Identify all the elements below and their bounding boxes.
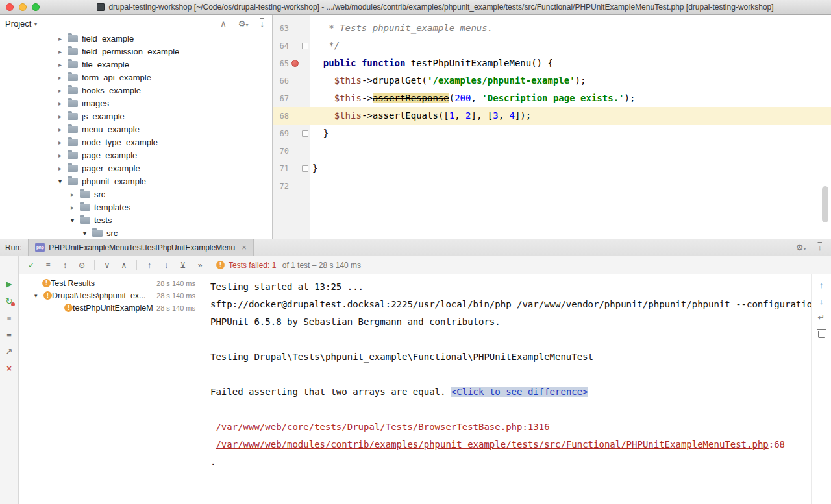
chevron-right-icon[interactable]: ▸ bbox=[58, 35, 68, 42]
test-console[interactable]: Testing started at 13:25 ...sftp://docke… bbox=[201, 274, 812, 504]
code-line[interactable]: 65 public function testPhpUnitExampleMen… bbox=[273, 54, 831, 72]
breakpoint-icon[interactable] bbox=[289, 60, 301, 67]
code-line[interactable]: 67 $this->assertResponse(200, 'Descripti… bbox=[273, 90, 831, 107]
project-tree-item[interactable]: ▸field_example bbox=[0, 32, 272, 45]
editor-scrollbar-thumb[interactable] bbox=[822, 186, 828, 222]
hide-run-panel-icon[interactable]: ↓ bbox=[818, 243, 823, 252]
sort-alphabetically-icon[interactable]: ↕ bbox=[58, 259, 72, 272]
folder-name: file_example bbox=[82, 60, 129, 69]
code-line[interactable]: 70 bbox=[273, 142, 831, 160]
stop-button[interactable]: ■ bbox=[2, 311, 16, 324]
scroll-up-icon[interactable]: ↑ bbox=[815, 280, 827, 290]
project-tree-item[interactable]: ▸hooks_example bbox=[0, 84, 272, 97]
code-line[interactable]: 71} bbox=[273, 160, 831, 177]
chevron-right-icon[interactable]: ▸ bbox=[58, 87, 68, 94]
code-line[interactable]: 64 */ bbox=[273, 37, 831, 54]
editor[interactable]: 63 * Tests phpunit_example menus.64 */65… bbox=[273, 15, 831, 239]
chevron-down-icon[interactable]: ▾ bbox=[34, 20, 37, 27]
folder-name: phpunit_example bbox=[82, 176, 146, 186]
tests-failed-icon: ! bbox=[216, 261, 225, 269]
chevron-right-icon[interactable]: ▸ bbox=[71, 191, 80, 198]
project-tree-item[interactable]: ▸node_type_example bbox=[0, 136, 272, 149]
clear-console-icon[interactable] bbox=[815, 328, 827, 339]
run-tab[interactable]: php PHPUnitExampleMenuTest.testPhpUnitEx… bbox=[28, 239, 253, 256]
previous-failed-test-icon[interactable]: ↑ bbox=[142, 259, 156, 272]
minimize-window-button[interactable] bbox=[19, 3, 27, 11]
gear-icon[interactable]: ⚙▾ bbox=[238, 19, 249, 29]
code-line[interactable]: 68 $this->assertEquals([1, 2], [3, 4]); bbox=[273, 107, 831, 125]
show-ignored-icon[interactable]: ≡ bbox=[41, 259, 55, 272]
stacktrace-file-link[interactable]: /var/www/web/modules/contrib/examples/ph… bbox=[216, 439, 768, 450]
chevron-down-icon[interactable]: ▾ bbox=[58, 178, 68, 185]
project-tree-item[interactable]: ▸menu_example bbox=[0, 123, 272, 136]
run-label: Run: bbox=[0, 243, 28, 252]
chevron-right-icon[interactable]: ▸ bbox=[58, 139, 68, 146]
project-tree-item[interactable]: ▸src bbox=[0, 187, 272, 200]
project-tree-item[interactable]: ▾phpunit_example bbox=[0, 174, 272, 187]
test-tree-item[interactable]: ▾!Drupal\Tests\phpunit_ex...28 s 140 ms bbox=[19, 289, 201, 302]
project-tree-item[interactable]: ▸pager_example bbox=[0, 162, 272, 174]
code-token: */ bbox=[312, 40, 340, 51]
close-window-button[interactable] bbox=[6, 3, 14, 11]
project-tree-item[interactable]: ▸file_example bbox=[0, 58, 272, 71]
zoom-window-button[interactable] bbox=[32, 3, 40, 11]
console-text: :1316 bbox=[522, 422, 549, 432]
restore-layout-button[interactable]: ≡ bbox=[2, 328, 16, 341]
test-tree-item[interactable]: !testPhpUnitExampleM28 s 140 ms bbox=[19, 302, 201, 314]
project-tree-item[interactable]: ▾tests bbox=[0, 213, 272, 226]
project-tree-item[interactable]: ▸templates bbox=[0, 200, 272, 213]
test-tree-item[interactable]: !Test Results28 s 140 ms bbox=[19, 277, 201, 289]
gear-glyph: ⚙ bbox=[238, 19, 246, 29]
chevron-right-icon[interactable]: ▸ bbox=[58, 74, 68, 81]
soft-wrap-icon[interactable]: ↵ bbox=[815, 312, 827, 322]
close-run-panel-button[interactable]: × bbox=[2, 361, 16, 375]
open-results-button[interactable]: ↗ bbox=[2, 344, 16, 358]
chevron-right-icon[interactable]: ▸ bbox=[71, 204, 80, 211]
collapse-all-icon[interactable]: ∧ bbox=[117, 259, 131, 272]
scroll-down-icon[interactable]: ↓ bbox=[815, 296, 827, 306]
code-line[interactable]: 63 * Tests phpunit_example menus. bbox=[273, 19, 831, 37]
toolbar-more-icon[interactable]: » bbox=[193, 259, 207, 272]
fold-marker-icon[interactable] bbox=[301, 43, 309, 49]
chevron-right-icon[interactable]: ▸ bbox=[58, 61, 68, 68]
hide-panel-icon[interactable]: ↓ bbox=[260, 19, 265, 29]
console-line: /var/www/web/core/tests/Drupal/Tests/Bro… bbox=[210, 418, 812, 436]
rerun-test-button[interactable]: ▶ bbox=[2, 277, 16, 291]
collapse-all-icon[interactable]: ∧ bbox=[220, 19, 227, 29]
project-tree-item[interactable]: ▸page_example bbox=[0, 149, 272, 162]
code-line[interactable]: 69 } bbox=[273, 125, 831, 142]
next-failed-test-icon[interactable]: ↓ bbox=[159, 259, 173, 272]
project-tree-item[interactable]: ▾src bbox=[0, 226, 272, 239]
chevron-right-icon[interactable]: ▸ bbox=[58, 100, 68, 107]
rerun-failed-tests-button[interactable]: ↻ bbox=[2, 294, 16, 307]
sort-by-duration-icon[interactable]: ⊙ bbox=[75, 259, 89, 272]
close-tab-icon[interactable]: × bbox=[242, 243, 247, 252]
fold-marker-icon[interactable] bbox=[301, 130, 309, 137]
project-tree-item[interactable]: ▸form_api_example bbox=[0, 71, 272, 84]
chevron-right-icon[interactable]: ▸ bbox=[58, 152, 68, 159]
code-line[interactable]: 66 $this->drupalGet('/examples/phpunit-e… bbox=[273, 72, 831, 90]
fold-marker-icon[interactable] bbox=[301, 165, 309, 172]
console-line: PHPUnit 6.5.8 by Sebastian Bergmann and … bbox=[210, 313, 812, 331]
click-to-see-difference-link[interactable]: <Click to see difference> bbox=[451, 387, 588, 397]
chevron-right-icon[interactable]: ▸ bbox=[58, 48, 68, 55]
chevron-down-icon[interactable]: ▾ bbox=[34, 293, 43, 299]
toolbar-separator bbox=[94, 260, 95, 270]
show-passed-icon[interactable]: ✓ bbox=[24, 259, 38, 272]
folder-name: node_type_example bbox=[82, 138, 158, 147]
chevron-down-icon[interactable]: ▾ bbox=[71, 217, 80, 224]
import-test-results-icon[interactable]: ⊻ bbox=[176, 259, 190, 272]
chevron-right-icon[interactable]: ▸ bbox=[58, 113, 68, 120]
chevron-right-icon[interactable]: ▸ bbox=[58, 165, 68, 172]
chevron-down-icon[interactable]: ▾ bbox=[83, 230, 92, 237]
code-token: 1 bbox=[449, 110, 454, 121]
project-tree-item[interactable]: ▸field_permission_example bbox=[0, 45, 272, 58]
project-panel-title[interactable]: Project bbox=[5, 19, 31, 29]
project-tree-item[interactable]: ▸js_example bbox=[0, 110, 272, 123]
chevron-right-icon[interactable]: ▸ bbox=[58, 126, 68, 133]
stacktrace-file-link[interactable]: /var/www/web/core/tests/Drupal/Tests/Bro… bbox=[216, 422, 522, 432]
project-tree-item[interactable]: ▸images bbox=[0, 97, 272, 110]
expand-all-icon[interactable]: ∨ bbox=[100, 259, 114, 272]
code-line[interactable]: 72 bbox=[273, 177, 831, 195]
run-settings-gear-icon[interactable]: ⚙▾ bbox=[796, 243, 806, 252]
